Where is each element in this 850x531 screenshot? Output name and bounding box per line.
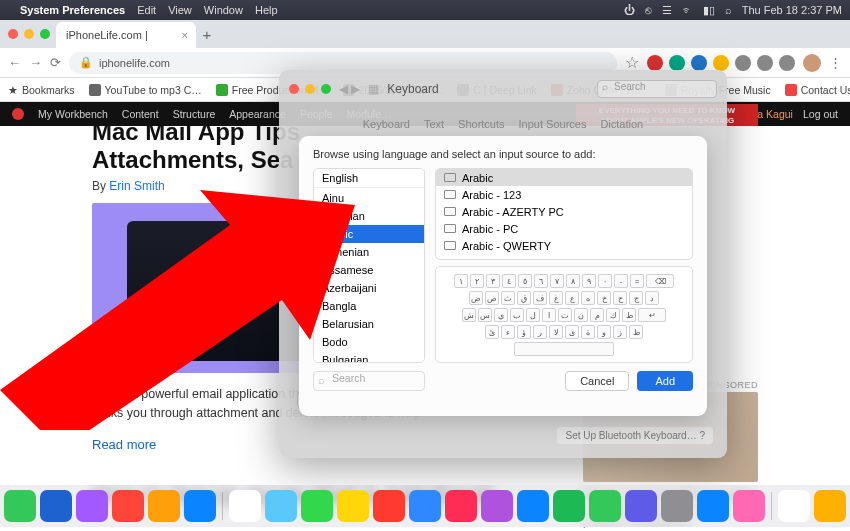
key: ش: [462, 308, 476, 322]
bluetooth-keyboard-button[interactable]: Set Up Bluetooth Keyboard… ?: [557, 427, 713, 444]
new-tab-button[interactable]: +: [196, 26, 218, 43]
dock-app-icon[interactable]: [481, 490, 513, 522]
input-source-item[interactable]: Arabic - AZERTY PC: [436, 203, 692, 220]
dock-app-icon[interactable]: [373, 490, 405, 522]
menu-edit[interactable]: Edit: [137, 4, 156, 16]
dock-app-icon[interactable]: [184, 490, 216, 522]
author-link[interactable]: Erin Smith: [109, 179, 164, 193]
dock-app-icon[interactable]: [661, 490, 693, 522]
key: لا: [549, 325, 563, 339]
dock-app-icon[interactable]: [625, 490, 657, 522]
key: ح: [613, 291, 627, 305]
menu-view[interactable]: View: [168, 4, 192, 16]
key: ب: [510, 308, 524, 322]
language-item[interactable]: Azerbaijani: [314, 279, 424, 297]
logout-link[interactable]: Log out: [803, 108, 838, 120]
dock-app-icon[interactable]: [517, 490, 549, 522]
tab-keyboard[interactable]: Keyboard: [363, 118, 410, 130]
language-item[interactable]: English: [314, 169, 424, 188]
extension-icon[interactable]: [669, 55, 685, 71]
dock-app-icon[interactable]: [265, 490, 297, 522]
lock-icon: 🔒: [79, 56, 93, 69]
language-item[interactable]: Bangla: [314, 297, 424, 315]
dock-app-icon[interactable]: [40, 490, 72, 522]
window-controls[interactable]: [289, 84, 331, 94]
menu-help[interactable]: Help: [255, 4, 278, 16]
extension-icon[interactable]: [691, 55, 707, 71]
cancel-button[interactable]: Cancel: [565, 371, 629, 391]
prefs-search-input[interactable]: Search: [597, 80, 717, 98]
window-controls[interactable]: [8, 29, 50, 39]
language-item[interactable]: Albanian: [314, 207, 424, 225]
forward-button[interactable]: →: [29, 55, 42, 70]
add-button[interactable]: Add: [637, 371, 693, 391]
input-source-item[interactable]: Arabic - QWERTY: [436, 237, 692, 254]
language-item[interactable]: Bodo: [314, 333, 424, 351]
dock-app-icon[interactable]: [445, 490, 477, 522]
input-source-list[interactable]: ArabicArabic - 123Arabic - AZERTY PCArab…: [435, 168, 693, 260]
tab-dictation[interactable]: Dictation: [600, 118, 643, 130]
extension-icon[interactable]: [735, 55, 751, 71]
language-list[interactable]: EnglishAinuAlbanianArabicArmenianAssames…: [313, 168, 425, 363]
extension-icon[interactable]: [713, 55, 729, 71]
grid-icon[interactable]: ▦: [368, 82, 379, 96]
browser-tab[interactable]: iPhoneLife.com | ×: [56, 22, 196, 48]
dock-app-icon[interactable]: [4, 490, 36, 522]
language-item[interactable]: Bulgarian: [314, 351, 424, 363]
site-logo-icon[interactable]: [12, 108, 24, 120]
dock-app-icon[interactable]: [76, 490, 108, 522]
battery-icon[interactable]: ▮▯: [703, 4, 715, 17]
bookmarks-folder[interactable]: ★Bookmarks: [8, 84, 75, 96]
tab-text[interactable]: Text: [424, 118, 444, 130]
dock-app-icon[interactable]: [409, 490, 441, 522]
key: ا: [542, 308, 556, 322]
dock-app-icon[interactable]: [337, 490, 369, 522]
dock-app-icon[interactable]: [814, 490, 846, 522]
dock-app-icon[interactable]: [697, 490, 729, 522]
dock-app-icon[interactable]: [148, 490, 180, 522]
menu-window[interactable]: Window: [204, 4, 243, 16]
extension-icon[interactable]: [757, 55, 773, 71]
status-icon[interactable]: ⏻: [624, 4, 635, 16]
dock-app-icon[interactable]: [229, 490, 261, 522]
key: ى: [565, 325, 579, 339]
status-icon[interactable]: ☰: [662, 4, 672, 17]
bookmark-item[interactable]: YouTube to mp3 C…: [89, 84, 202, 96]
input-source-item[interactable]: Arabic - PC: [436, 220, 692, 237]
tab-input-sources[interactable]: Input Sources: [519, 118, 587, 130]
input-source-item[interactable]: Arabic - 123: [436, 186, 692, 203]
read-more-link[interactable]: Read more: [92, 437, 156, 452]
language-item[interactable]: Belarusian: [314, 315, 424, 333]
language-item[interactable]: Ainu: [314, 189, 424, 207]
profile-avatar[interactable]: [803, 54, 821, 72]
back-button[interactable]: ←: [8, 55, 21, 70]
language-item[interactable]: Assamese: [314, 261, 424, 279]
prefs-title: Keyboard: [387, 82, 438, 96]
dock-app-icon[interactable]: [112, 490, 144, 522]
close-tab-icon[interactable]: ×: [182, 29, 188, 41]
extension-icon[interactable]: [779, 55, 795, 71]
status-icon[interactable]: ⎋: [645, 4, 652, 16]
menubar-clock[interactable]: Thu Feb 18 2:37 PM: [742, 4, 842, 16]
spotlight-icon[interactable]: ⌕: [725, 4, 732, 16]
back-forward-icon[interactable]: ◀ ▶: [339, 82, 360, 96]
dock-app-icon[interactable]: [778, 490, 810, 522]
menubar-app-name[interactable]: System Preferences: [20, 4, 125, 16]
dock-app-icon[interactable]: [301, 490, 333, 522]
input-source-item[interactable]: Arabic: [436, 169, 692, 186]
dock-app-icon[interactable]: [589, 490, 621, 522]
dock-app-icon[interactable]: [733, 490, 765, 522]
key: ٧: [550, 274, 564, 288]
key: ↵: [638, 308, 666, 322]
sheet-search-input[interactable]: Search: [313, 371, 425, 391]
key: ف: [533, 291, 547, 305]
language-item[interactable]: Armenian: [314, 243, 424, 261]
browser-menu-icon[interactable]: ⋮: [829, 55, 842, 70]
extension-icon[interactable]: [647, 55, 663, 71]
tab-shortcuts[interactable]: Shortcuts: [458, 118, 504, 130]
language-item[interactable]: Arabic: [314, 225, 424, 243]
reload-button[interactable]: ⟳: [50, 55, 61, 70]
bookmark-item[interactable]: Contact Us | Th…: [785, 84, 850, 96]
wifi-icon[interactable]: ᯤ: [682, 4, 693, 16]
dock-app-icon[interactable]: [553, 490, 585, 522]
